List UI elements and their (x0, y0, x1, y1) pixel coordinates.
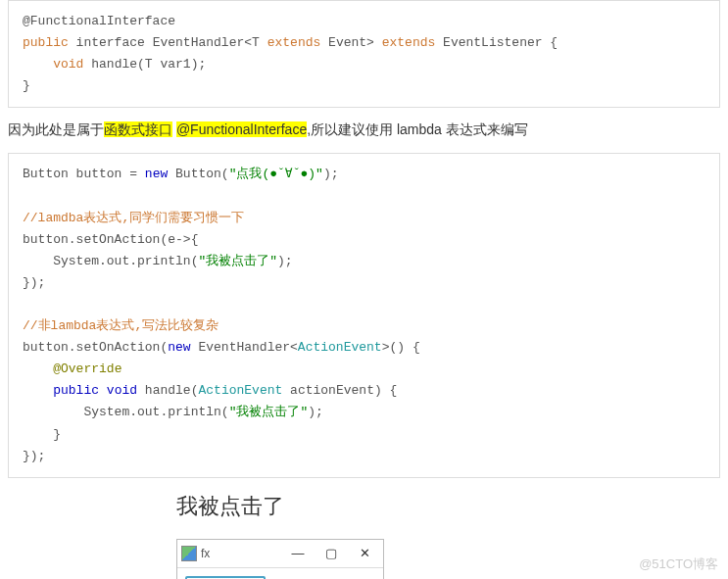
code-line: } (23, 78, 30, 93)
code-line: System.out.println("我被点击了"); (23, 405, 323, 419)
code-line: public interface EventHandler<T extends … (23, 35, 558, 50)
code-comment: //非lambda表达式,写法比较复杂 (23, 318, 218, 333)
code-line: void handle(T var1); (23, 57, 206, 72)
window-icon (181, 546, 197, 561)
minimize-icon[interactable]: — (289, 547, 307, 559)
code-line: Button button = new Button("点我(●ˇ∀ˇ●)"); (23, 167, 339, 181)
code-block-interface: @FunctionalInterface public interface Ev… (8, 0, 720, 108)
close-icon[interactable]: ✕ (356, 547, 373, 559)
code-line: public void handle(ActionEvent actionEve… (23, 383, 397, 398)
window-title: fx (201, 547, 289, 560)
code-line: button.setOnAction(new EventHandler<Acti… (23, 340, 420, 355)
window-titlebar[interactable]: fx — ▢ ✕ (177, 540, 383, 568)
code-block-example: Button button = new Button("点我(●ˇ∀ˇ●)");… (8, 153, 720, 477)
window-body: 点我(●ˇ∀ˇ●) (177, 568, 383, 579)
code-line: @Override (23, 362, 121, 376)
explanation-paragraph: 因为此处是属于函数式接口 @FunctionalInterface,所以建议使用… (8, 121, 720, 139)
console-output: 我被点击了 (176, 492, 728, 521)
highlight-text: 函数式接口 (104, 121, 172, 137)
demo-window: fx — ▢ ✕ 点我(●ˇ∀ˇ●) (176, 539, 384, 579)
maximize-icon[interactable]: ▢ (322, 547, 340, 559)
code-line: } (23, 427, 61, 442)
code-line: @FunctionalInterface (23, 14, 175, 28)
code-line: }); (23, 449, 45, 463)
code-line: System.out.println("我被点击了"); (23, 254, 293, 268)
watermark-text: @51CTO博客 (639, 555, 718, 573)
code-line: button.setOnAction(e->{ (23, 232, 198, 247)
code-line: }); (23, 275, 45, 290)
highlight-annotation: @FunctionalInterface (176, 121, 307, 137)
code-comment: //lamdba表达式,同学们需要习惯一下 (23, 211, 244, 225)
window-controls: — ▢ ✕ (289, 547, 373, 559)
